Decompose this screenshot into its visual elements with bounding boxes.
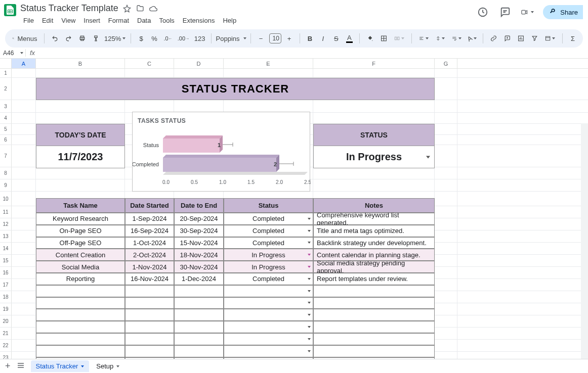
table-cell[interactable]: 15-Nov-2024 [174, 237, 224, 249]
doc-title[interactable]: Status Tracker Template [20, 3, 118, 14]
table-cell[interactable] [36, 321, 125, 333]
table-cell[interactable] [174, 297, 224, 309]
table-cell[interactable]: 16-Nov-2024 [125, 273, 174, 285]
status-cell[interactable]: Completed [224, 213, 313, 225]
row-header-16[interactable]: 16 [0, 267, 12, 279]
table-cell[interactable] [313, 309, 435, 321]
table-cell[interactable]: 30-Sep-2024 [174, 225, 224, 237]
row-header-3[interactable]: 3 [0, 100, 12, 113]
row-header-11[interactable]: 11 [0, 206, 12, 218]
rotate-button[interactable]: A [467, 33, 478, 44]
add-sheet-button[interactable]: + [5, 361, 11, 371]
table-header[interactable]: Notes [313, 198, 435, 213]
increase-decimal-button[interactable]: .00→ [177, 33, 190, 43]
comment-icon[interactable] [498, 6, 512, 19]
table-cell[interactable]: Content Creation [36, 249, 125, 261]
row-header-22[interactable]: 22 [0, 340, 12, 352]
menu-help[interactable]: Help [220, 15, 239, 26]
table-cell[interactable]: Report templates under review. [313, 273, 435, 285]
status-cell[interactable]: In Progress [224, 249, 313, 261]
table-cell[interactable] [313, 321, 435, 333]
status-cell[interactable]: Completed [224, 225, 313, 237]
row-header-21[interactable]: 21 [0, 328, 12, 340]
table-cell[interactable]: Keyword Research [36, 213, 125, 225]
cloud-icon[interactable] [149, 4, 158, 13]
table-header[interactable]: Task Name [36, 198, 125, 213]
column-header-D[interactable]: D [174, 59, 224, 68]
halign-button[interactable] [417, 33, 431, 44]
chart[interactable]: TASKS STATUS 1 2 Status Co [132, 112, 310, 192]
share-button[interactable]: Share [543, 5, 583, 19]
table-cell[interactable] [313, 285, 435, 297]
table-cell[interactable] [125, 309, 174, 321]
row-header-10[interactable]: 10 [0, 192, 12, 206]
table-cell[interactable] [125, 345, 174, 357]
menu-extensions[interactable]: Extensions [180, 15, 218, 26]
search-menus[interactable]: Menus [10, 32, 39, 44]
table-cell[interactable]: 16-Sep-2024 [125, 225, 174, 237]
table-cell[interactable]: 1-Nov-2024 [125, 261, 174, 273]
link-button[interactable] [488, 32, 499, 44]
undo-button[interactable] [50, 32, 60, 44]
status-cell[interactable] [224, 285, 313, 297]
row-header-9[interactable]: 9 [0, 179, 12, 192]
status-cell[interactable] [224, 333, 313, 345]
select-all-corner[interactable] [0, 59, 12, 68]
row-header-15[interactable]: 15 [0, 255, 12, 267]
insert-chart-button[interactable] [516, 32, 526, 44]
redo-button[interactable] [63, 32, 74, 44]
strike-button[interactable]: S [331, 33, 341, 44]
table-cell[interactable] [125, 333, 174, 345]
column-header-C[interactable]: C [125, 59, 174, 68]
table-cell[interactable]: 2-Oct-2024 [125, 249, 174, 261]
table-cell[interactable] [36, 297, 125, 309]
borders-button[interactable] [379, 32, 389, 44]
italic-button[interactable]: I [318, 33, 328, 44]
row-header-6[interactable]: 6 [0, 135, 12, 145]
status-cell[interactable] [224, 345, 313, 357]
status-card-value[interactable]: In Progress [313, 146, 435, 168]
menu-edit[interactable]: Edit [39, 15, 56, 26]
row-header-14[interactable]: 14 [0, 243, 12, 255]
column-header-F[interactable]: F [313, 59, 435, 68]
table-cell[interactable] [125, 285, 174, 297]
column-header-B[interactable]: B [36, 59, 125, 68]
table-cell[interactable] [36, 309, 125, 321]
table-cell[interactable]: Title and meta tags optimized. [313, 225, 435, 237]
history-icon[interactable] [476, 6, 489, 19]
table-cell[interactable]: Off-Page SEO [36, 237, 125, 249]
table-cell[interactable]: Comprehensive keyword list generated. [313, 213, 435, 225]
table-cell[interactable] [313, 297, 435, 309]
date-card-value[interactable]: 11/7/2023 [36, 146, 125, 168]
insert-comment-button[interactable] [502, 32, 513, 44]
table-cell[interactable] [313, 333, 435, 345]
sheet-tab[interactable]: Status Tracker [31, 360, 90, 372]
percent-button[interactable]: % [149, 33, 159, 44]
status-cell[interactable] [224, 297, 313, 309]
status-cell[interactable] [224, 309, 313, 321]
formula-input[interactable] [39, 48, 588, 58]
font-dropdown[interactable]: Poppins [217, 34, 245, 43]
sheet-tab[interactable]: Setup [91, 360, 124, 372]
status-cell[interactable]: Completed [224, 273, 313, 285]
row-header-2[interactable]: 2 [0, 78, 12, 100]
font-size-input[interactable]: 10 [269, 33, 281, 43]
merge-button[interactable] [392, 32, 406, 44]
table-cell[interactable] [36, 285, 125, 297]
text-color-button[interactable]: A [344, 32, 354, 45]
status-cell[interactable] [224, 321, 313, 333]
menu-tools[interactable]: Tools [156, 15, 177, 26]
table-cell[interactable] [125, 297, 174, 309]
table-cell[interactable]: 18-Nov-2024 [174, 249, 224, 261]
table-cell[interactable]: Social Media [36, 261, 125, 273]
row-header-4[interactable]: 4 [0, 113, 12, 124]
status-cell[interactable]: In Progress [224, 261, 313, 273]
table-cell[interactable]: Backlink strategy under development. [313, 237, 435, 249]
menu-view[interactable]: View [58, 15, 78, 26]
table-cell[interactable]: 1-Sep-2024 [125, 213, 174, 225]
filter-button[interactable] [529, 32, 540, 44]
menu-format[interactable]: Format [105, 15, 132, 26]
all-sheets-button[interactable] [17, 361, 25, 371]
table-cell[interactable]: 1-Dec-2024 [174, 273, 224, 285]
table-cell[interactable]: 30-Nov-2024 [174, 261, 224, 273]
